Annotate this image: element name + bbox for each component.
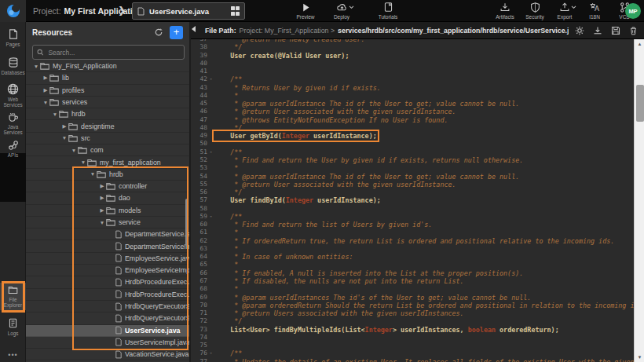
fold-marker[interactable]: - xyxy=(207,75,214,83)
chevron-right-icon[interactable]: ▶ xyxy=(42,87,49,93)
code-line-42[interactable]: 42- /** xyxy=(191,75,634,83)
code-line-62[interactable]: 62 * If orderedReturn true, the return L… xyxy=(191,237,634,245)
code-line-63[interactable]: 63 * xyxy=(191,245,634,253)
tree-scrollbar[interactable] xyxy=(185,199,188,246)
preview-button[interactable]: Preview xyxy=(292,2,319,20)
code-line-58[interactable]: 58 xyxy=(191,205,634,213)
fold-marker[interactable]: - xyxy=(207,213,214,221)
code-line-56[interactable]: 56 */ xyxy=(191,188,634,196)
code-line-45[interactable]: 45 * @param userIdInstance The id of the… xyxy=(191,100,634,108)
tree-folder-designtime[interactable]: ▶designtime xyxy=(26,120,191,132)
search-input[interactable] xyxy=(46,48,180,57)
chevron-right-icon[interactable]: ▶ xyxy=(42,75,49,81)
chevron-right-icon[interactable]: ▶ xyxy=(60,123,68,130)
tree-file-hrdbprocedureexecutorse[interactable]: HrdbProcedureExecutorSe xyxy=(26,276,191,288)
code-line-46[interactable]: 46 * @return User associated with the gi… xyxy=(191,108,634,115)
sidebar-item-web-services[interactable]: Web Services xyxy=(0,83,26,108)
tree-folder-services[interactable]: ▼services xyxy=(26,97,191,108)
tree-folder-my-first-application[interactable]: ▼my_first_application xyxy=(26,156,191,168)
code-line-55[interactable]: 55 * @return User associated with the gi… xyxy=(191,181,634,188)
fold-marker[interactable]: - xyxy=(207,148,214,156)
chevron-down-icon[interactable]: ▼ xyxy=(32,64,40,69)
code-line-51[interactable]: 51- /** xyxy=(191,148,634,156)
sidebar-item-apis[interactable]: APIs xyxy=(0,140,26,158)
tree-file-hrdbprocedureexecutorse[interactable]: HrdbProcedureExecutorSe xyxy=(26,289,191,301)
chevron-down-icon[interactable]: ▼ xyxy=(79,159,87,165)
code-line-44[interactable]: 44 * xyxy=(191,92,634,100)
chevron-down-icon[interactable]: ▼ xyxy=(98,220,106,225)
chevron-down-icon[interactable]: ▼ xyxy=(89,171,97,177)
sidebar-item-file-explorer[interactable]: File Explorer xyxy=(0,283,26,310)
chevron-down-icon[interactable]: ▼ xyxy=(42,100,49,105)
tree-folder-dao[interactable]: ▶dao xyxy=(26,192,191,204)
tree-file-hrdbqueryexecutorservice[interactable]: HrdbQueryExecutorService xyxy=(26,313,191,324)
scroll-up-icon[interactable]: ▲ xyxy=(635,39,644,49)
collapse-panel-icon[interactable] xyxy=(192,26,196,32)
tree-folder-hrdb[interactable]: ▼hrdb xyxy=(26,169,191,181)
code-line-66[interactable]: 66 * If enabled, A null is inserted into… xyxy=(191,269,634,277)
code-line-59[interactable]: 59- /** xyxy=(191,213,634,221)
save-icon[interactable] xyxy=(611,26,620,35)
chevron-right-icon[interactable]: ▶ xyxy=(98,195,106,201)
code-line-76[interactable]: 76- /** xyxy=(191,349,634,357)
tree-file-employeeservice-java[interactable]: EmployeeService.java xyxy=(26,253,191,265)
code-line-67[interactable]: 67 * If disabled, the nulls are not put … xyxy=(191,277,634,285)
code-line-50[interactable]: 50 xyxy=(191,140,634,148)
user-avatar[interactable]: MP xyxy=(625,3,641,19)
code-line-65[interactable]: 65 * xyxy=(191,261,634,269)
deploy-button[interactable]: Deploy xyxy=(328,2,355,20)
code-line-57[interactable]: 57 User findById(Integer userIdInstance)… xyxy=(191,196,634,204)
tree-file-employeeserviceimpl-java[interactable]: EmployeeServiceImpl.java xyxy=(26,265,191,276)
project-name[interactable]: My First Application xyxy=(64,6,143,16)
sidebar-item-pages[interactable]: Pages xyxy=(0,28,26,47)
code-line-40[interactable]: 40 xyxy=(191,60,634,68)
tree-folder-profiles[interactable]: ▶profiles xyxy=(26,85,191,97)
code-line-54[interactable]: 54 * @param userIdInstance The id of the… xyxy=(191,173,634,181)
code-line-64[interactable]: 64 * In case of unknown entities: xyxy=(191,253,634,261)
tree-file-userservice-java[interactable]: UserService.java xyxy=(26,325,191,337)
gear-icon[interactable] xyxy=(575,26,584,35)
export-button[interactable]: Export xyxy=(551,2,578,20)
wavemaker-logo[interactable] xyxy=(0,0,26,22)
tree-folder-hrdb[interactable]: ▼hrdb xyxy=(26,108,191,120)
code-line-74[interactable]: 74 xyxy=(191,334,634,342)
tree-file-departmentserviceimpl-jav[interactable]: DepartmentServiceImpl.jav xyxy=(26,240,191,252)
chevron-down-icon[interactable]: ▼ xyxy=(60,135,68,141)
tutorials-button[interactable]: Tutorials xyxy=(375,2,401,20)
chevron-right-icon[interactable]: ▶ xyxy=(98,183,106,189)
tree-file-vacationservice-java[interactable]: VacationService.java xyxy=(26,349,191,360)
tree-folder-lib[interactable]: ▶lib xyxy=(26,72,191,84)
trash-icon[interactable] xyxy=(629,26,638,35)
tree-file-hrdbqueryexecutorservice[interactable]: HrdbQueryExecutorService xyxy=(26,301,191,313)
security-button[interactable]: Security xyxy=(521,2,548,20)
code-line-48[interactable]: 48 */ xyxy=(191,124,634,132)
chevron-right-icon[interactable]: ▶ xyxy=(98,207,106,214)
code-line-77[interactable]: 77 * Updates the details of an existing … xyxy=(191,358,634,362)
code-line-69[interactable]: 69 * @param userIdInstances The id's of … xyxy=(191,294,634,302)
fold-marker[interactable]: - xyxy=(207,349,214,357)
code-line-73[interactable]: 73 List<User> findByMultipleIds(List<Int… xyxy=(191,326,634,334)
tree-folder-src[interactable]: ▼src xyxy=(26,133,191,144)
code-line-75[interactable]: 75 xyxy=(191,342,634,349)
scrollbar-thumb[interactable] xyxy=(636,85,644,122)
code-line-70[interactable]: 70 * @param orderedReturn Should the ret… xyxy=(191,302,634,309)
code-line-52[interactable]: 52 * Find and return the User by given i… xyxy=(191,156,634,164)
i18n-button[interactable]: AI18N xyxy=(581,2,608,20)
code-line-43[interactable]: 43 * Returns User by given id if exists. xyxy=(191,84,634,92)
code-editor[interactable]: 37 * @return The newly created User.38 *… xyxy=(191,39,634,362)
sidebar-item-java-services[interactable]: Java Services xyxy=(0,112,26,135)
tree-folder-controller[interactable]: ▶controller xyxy=(26,181,191,192)
code-line-38[interactable]: 38 */ xyxy=(191,43,634,51)
settings-button[interactable]: Settings xyxy=(641,2,644,20)
code-line-60[interactable]: 60 * Find and return the list of Users b… xyxy=(191,221,634,229)
refresh-icon[interactable] xyxy=(154,27,163,37)
code-line-53[interactable]: 53 * xyxy=(191,164,634,172)
editor-scrollbar[interactable]: ▲ ▼ xyxy=(634,39,644,362)
code-line-39[interactable]: 39 User create(@Valid User user); xyxy=(191,52,634,60)
code-line-68[interactable]: 68 * xyxy=(191,285,634,293)
artifacts-button[interactable]: Artifacts xyxy=(492,2,518,20)
code-line-71[interactable]: 71 * @return Users associated with the g… xyxy=(191,309,634,317)
tree-file-userserviceimpl-java[interactable]: UserServiceImpl.java xyxy=(26,337,191,349)
download-icon[interactable] xyxy=(593,26,602,35)
add-resource-button[interactable]: + xyxy=(170,26,183,39)
